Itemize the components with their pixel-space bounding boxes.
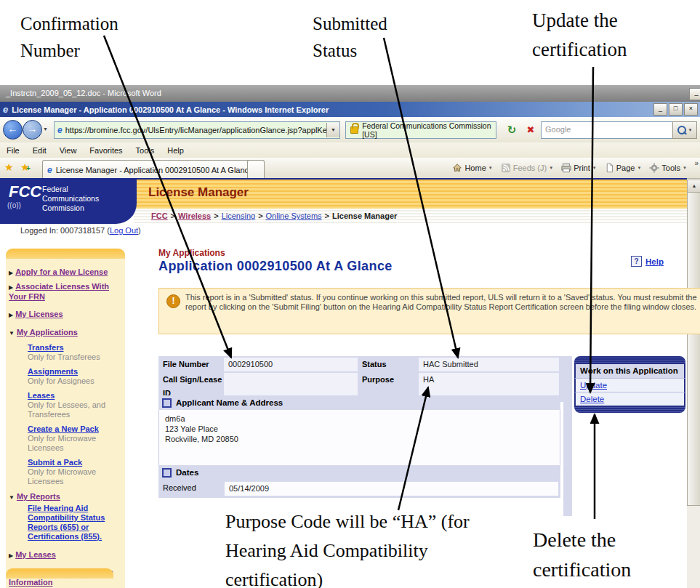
triangle-right-icon: ▶ <box>9 552 13 559</box>
chevron-down-icon: ▼ <box>637 166 641 170</box>
page-button[interactable]: Page▼ <box>602 163 645 173</box>
dates-section-header: Dates <box>158 465 560 480</box>
sidebar-item-transfers[interactable]: Transfers Only for Transferees <box>28 343 122 362</box>
sidebar-item-apply-new-license[interactable]: ▶Apply for a New License <box>9 267 122 278</box>
sidebar: ▶Apply for a New License ▶Associate Lice… <box>6 249 125 588</box>
fcc-logo-text: FCC <box>9 182 41 201</box>
toolbar-overflow-button[interactable]: » <box>694 159 699 167</box>
maximize-button[interactable]: □ <box>669 103 683 116</box>
feeds-button[interactable]: Feeds (J)▼ <box>498 163 556 173</box>
close-icon: × <box>689 105 693 112</box>
ie-titlebar[interactable]: e License Manager - Application 00029105… <box>0 102 700 117</box>
back-button[interactable]: ← <box>3 120 23 140</box>
menu-help[interactable]: Help <box>161 146 190 155</box>
minimize-icon: _ <box>659 105 662 112</box>
applicant-street: 123 Yale Place <box>165 424 554 434</box>
print-icon <box>561 163 571 173</box>
history-dropdown[interactable]: ▼ <box>43 126 48 132</box>
sidebar-item-my-leases[interactable]: ▶My Leases <box>9 550 122 560</box>
menu-favorites[interactable]: Favorites <box>83 146 129 155</box>
sidebar-note: Only for Microwave Licensees <box>28 467 122 486</box>
sidebar-item-create-pack[interactable]: Create a New Pack Only for Microwave Lic… <box>28 424 122 453</box>
tab-bar: ★ ★+ e License Manager - Application 000… <box>0 158 700 179</box>
help[interactable]: ? Help <box>631 256 664 267</box>
app-title: License Manager <box>148 185 249 200</box>
warning-icon: ! <box>166 294 180 308</box>
refresh-button[interactable]: ↻ <box>503 122 520 138</box>
sidebar-item-submit-pack[interactable]: Submit a Pack Only for Microwave License… <box>28 458 122 486</box>
chevron-down-icon: ▼ <box>683 166 687 170</box>
new-tab-stub[interactable] <box>247 160 265 179</box>
print-button[interactable]: Print▼ <box>558 163 600 173</box>
up-arrow-icon: ▲ <box>692 183 697 188</box>
plus-icon: + <box>26 164 31 172</box>
menu-file[interactable]: File <box>0 146 26 155</box>
section-square-icon <box>162 398 172 408</box>
work-box-bottom-cap <box>574 406 685 413</box>
sidebar-item-my-applications[interactable]: ▼My Applications <box>9 328 122 338</box>
update-row[interactable]: Update <box>574 378 685 392</box>
address-dropdown-button[interactable]: ▼ <box>326 123 339 137</box>
address-bar[interactable]: e https://bromine.fcc.gov/UlsEntry/licMa… <box>54 121 340 139</box>
breadcrumb-online-systems[interactable]: Online Systems <box>266 212 322 220</box>
update-link[interactable]: Update <box>580 381 607 390</box>
status-label: Status <box>359 358 417 371</box>
minimize-button[interactable]: _ <box>653 103 667 116</box>
breadcrumb-wireless[interactable]: Wireless <box>178 212 211 220</box>
chevron-down-icon: ▼ <box>688 128 693 132</box>
sidebar-item-file-hac-reports[interactable]: File Hearing Aid Compatibility Status Re… <box>28 504 122 541</box>
sidebar-section-2-cap <box>6 568 113 579</box>
menu-tools[interactable]: Tools <box>129 146 161 155</box>
word-minimize-button[interactable]: _ <box>689 88 700 100</box>
search-placeholder: Google <box>545 125 571 134</box>
sidebar-body: ▶Apply for a New License ▶Associate Lice… <box>6 259 125 588</box>
menu-view[interactable]: View <box>53 146 84 155</box>
chevron-down-icon: ▼ <box>43 126 48 132</box>
sidebar-item-my-reports[interactable]: ▼My Reports <box>9 492 122 502</box>
security-badge[interactable]: Federal Communications Commission [US] <box>345 121 496 139</box>
scrollbar-thumb[interactable] <box>687 192 700 506</box>
page-icon <box>605 163 614 173</box>
fcc-logo-name: Federal Communications Commission <box>42 185 115 213</box>
sidebar-item-assignments[interactable]: Assignments Only for Assignees <box>28 367 122 386</box>
sidebar-item-associate-licenses[interactable]: ▶Associate Licenses With Your FRN <box>9 282 122 302</box>
sidebar-item-leases[interactable]: Leases Only for Lessees, and Transferees <box>28 391 122 419</box>
delete-link[interactable]: Delete <box>580 395 604 403</box>
delete-row[interactable]: Delete <box>574 392 685 406</box>
applicant-address: dm6a 123 Yale Place Rockville, MD 20850 <box>158 410 560 469</box>
tab-license-manager[interactable]: e License Manager - Application 00029105… <box>42 160 254 179</box>
search-input[interactable]: Google <box>541 121 677 139</box>
url-text: https://bromine.fcc.gov/UlsEntry/licMana… <box>65 126 326 134</box>
fcc-logo: FCC ((o)) Federal Communications Commiss… <box>0 180 137 224</box>
breadcrumb-licensing[interactable]: Licensing <box>222 212 255 220</box>
help-link[interactable]: Help <box>645 257 664 266</box>
sidebar-item-my-licenses[interactable]: ▶My Licenses <box>9 310 122 320</box>
annotation-confirmation-number: Confirmation Number <box>20 10 151 64</box>
close-button[interactable]: × <box>684 103 698 116</box>
menu-bar: File Edit View Favorites Tools Help <box>0 142 700 158</box>
window-controls: _ □ × <box>653 103 700 116</box>
breadcrumb-current: License Manager <box>332 212 397 220</box>
minimize-icon: _ <box>694 89 698 96</box>
tab-title: License Manager - Application 0002910500… <box>56 166 249 174</box>
menu-edit[interactable]: Edit <box>26 146 53 155</box>
word-titlebar[interactable]: _Instrctn_2009_05_12.doc - Microsoft Wor… <box>0 85 700 102</box>
vertical-scrollbar[interactable]: ▲ <box>687 180 700 588</box>
applicant-section: Applicant Name & Address dm6a 123 Yale P… <box>158 395 560 469</box>
home-button[interactable]: Home▼ <box>449 163 495 173</box>
breadcrumb-fcc[interactable]: FCC <box>151 212 168 220</box>
add-favorite-icon[interactable]: ★+ <box>20 161 30 173</box>
sidebar-note: Only for Assignees <box>28 376 122 386</box>
favorites-star-icon[interactable]: ★ <box>4 161 14 173</box>
forward-arrow-icon: → <box>28 123 38 134</box>
forward-button[interactable]: → <box>23 120 42 140</box>
search-button[interactable]: ▼ <box>672 121 697 139</box>
chevron-down-icon: ▼ <box>331 127 336 132</box>
received-label: Received <box>160 481 222 496</box>
dates-header-label: Dates <box>176 468 198 477</box>
triangle-right-icon: ▶ <box>9 312 13 318</box>
security-badge-label: Federal Communications Commission [US] <box>362 121 496 139</box>
tools-button[interactable]: Tools▼ <box>646 163 690 173</box>
logout-link[interactable]: Log Out <box>110 226 138 235</box>
stop-button[interactable]: ✖ <box>523 122 539 138</box>
